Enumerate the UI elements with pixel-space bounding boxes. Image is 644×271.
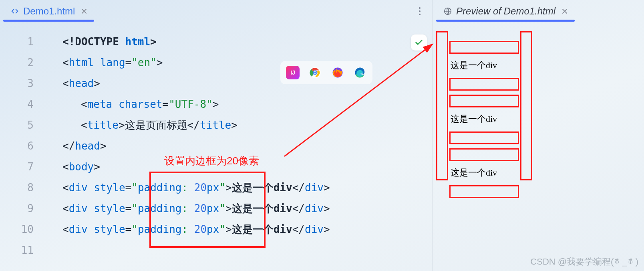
browser-preview-bar: IJ	[280, 61, 372, 84]
globe-icon	[443, 7, 452, 16]
tab-preview[interactable]: Preview of Demo1.html	[436, 2, 575, 21]
tab-title: Demo1.html	[23, 6, 75, 17]
line-number: 11	[0, 240, 34, 261]
preview-div-text: 这是一个div	[436, 165, 532, 181]
line-number: 8	[0, 177, 34, 198]
line-number: 5	[0, 115, 34, 136]
preview-div-text: 这是一个div	[436, 111, 532, 127]
code-file-icon	[10, 7, 19, 16]
watermark: CSDN @我要学编程(ಥ_ಥ)	[530, 256, 638, 268]
annot-pad-row	[449, 78, 519, 91]
annot-pad-row	[449, 185, 519, 198]
preview-tabbar: Preview of Demo1.html	[433, 0, 644, 22]
line-number: 1	[0, 31, 34, 52]
annot-pad-row	[449, 148, 519, 161]
line-number: 9	[0, 198, 34, 219]
annotation-text: 设置内边框为20像素	[164, 154, 259, 168]
tab-overflow-menu[interactable]	[414, 6, 425, 17]
line-number: 3	[0, 73, 34, 94]
annot-pad-row	[449, 95, 519, 107]
close-icon[interactable]	[81, 8, 87, 14]
annot-left-pad-box	[436, 31, 448, 180]
line-gutter: 1 2 3 4 5 6 7 8 9 10 11	[0, 31, 44, 271]
annot-pad-row	[449, 41, 519, 54]
tab-demo1[interactable]: Demo1.html	[3, 2, 94, 21]
line-number: 7	[0, 156, 34, 177]
firefox-icon[interactable]	[331, 66, 344, 79]
line-number: 2	[0, 52, 34, 73]
inspection-ok-icon[interactable]	[411, 34, 427, 51]
close-icon[interactable]	[562, 8, 568, 14]
svg-point-3	[314, 72, 316, 74]
chrome-icon[interactable]	[308, 66, 322, 79]
line-number: 6	[0, 136, 34, 156]
preview-pane: 这是一个div 这是一个div 这是一个div	[433, 22, 644, 271]
edge-icon[interactable]	[353, 66, 367, 79]
annot-pad-row	[449, 131, 519, 144]
line-number: 4	[0, 94, 34, 115]
line-number: 10	[0, 219, 34, 240]
intellij-icon[interactable]: IJ	[286, 66, 300, 79]
preview-tab-title: Preview of Demo1.html	[456, 6, 555, 17]
annot-right-pad-box	[520, 31, 532, 180]
annotation-box	[149, 172, 266, 248]
editor-tabbar: Demo1.html	[0, 0, 433, 22]
preview-div-text: 这是一个div	[436, 58, 532, 74]
